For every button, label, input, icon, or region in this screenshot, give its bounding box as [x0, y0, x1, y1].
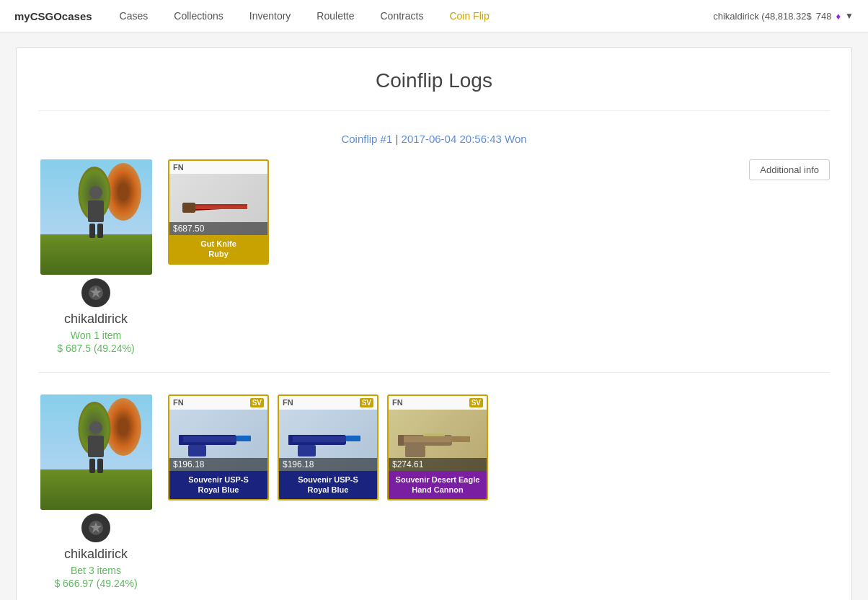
figure-leg-right: [97, 224, 103, 238]
player-section-2: chikaldirick Bet 3 items $ 666.97 (49.24…: [38, 394, 154, 589]
item-image-usp1: $196.18: [169, 410, 267, 471]
nav-collections[interactable]: Collections: [161, 0, 236, 32]
avatar-figure: [81, 186, 110, 240]
item-card-usp2: FN SV $196.18 Souve: [278, 394, 378, 500]
item-image-usp2: $196.18: [279, 410, 377, 471]
player-name-2: chikaldirick: [64, 547, 128, 562]
item-price-usp2: $196.18: [279, 458, 377, 471]
usp-svg-1: [175, 419, 262, 462]
svg-rect-21: [405, 446, 425, 457]
coinflip-entry-1: Coinflip #1 | 2017-06-04 20:56:43 Won: [38, 133, 830, 373]
avatar-badge-2: [81, 513, 110, 542]
item-header-deagle: FN SV: [389, 396, 487, 410]
svg-rect-19: [398, 436, 452, 442]
wear-fn: FN: [173, 163, 184, 172]
svg-rect-2: [182, 203, 195, 213]
flip-result-won: Won: [505, 133, 527, 145]
item-header-usp2: FN SV: [279, 396, 377, 410]
figure-head-2: [89, 421, 102, 434]
page-title: Coinflip Logs: [38, 69, 830, 111]
badge-icon: [87, 284, 105, 301]
knife-svg: [175, 183, 262, 226]
player-value-1: $ 687.5 (49.24%): [57, 343, 134, 354]
diamond-icon: ♦: [836, 11, 841, 22]
usp-svg-2: [285, 419, 371, 462]
item-price-deagle: $274.61: [389, 458, 487, 471]
sv-badge-deagle: SV: [469, 398, 483, 407]
item-info-usp1: Souvenir USP-SRoyal Blue: [169, 471, 267, 499]
username-balance: chikaldirick (48,818.32$: [713, 11, 812, 22]
item-card-header: FN: [169, 161, 267, 174]
svg-rect-14: [288, 436, 346, 442]
avatar-2: [40, 394, 152, 510]
svg-rect-15: [346, 436, 360, 441]
wear-fn-usp1: FN: [173, 398, 184, 407]
avatar-1: [40, 159, 152, 275]
deagle-svg: [394, 419, 481, 462]
item-card-usp1: FN SV $196.18 Souve: [168, 394, 269, 500]
wear-fn-usp2: FN: [283, 398, 293, 407]
items-section-1: FN $687.50 Gut KnifeRuby: [168, 159, 735, 265]
nav-coinflip[interactable]: Coin Flip: [436, 0, 502, 32]
figure-leg-left-2: [89, 459, 95, 473]
flip-number: Coinflip #1: [341, 133, 392, 145]
flip-separator: |: [395, 133, 401, 145]
avatar-figure-2: [81, 421, 110, 475]
figure-leg-left: [89, 224, 95, 238]
coinflip-header-1: Coinflip #1 | 2017-06-04 20:56:43 Won: [38, 133, 830, 145]
player-section-1: chikaldirick Won 1 item $ 687.5 (49.24%): [38, 159, 154, 354]
item-name-usp1: Souvenir USP-SRoyal Blue: [173, 475, 264, 495]
svg-rect-9: [179, 436, 236, 442]
nav-roulette[interactable]: Roulette: [304, 0, 367, 32]
svg-rect-10: [236, 436, 251, 441]
svg-rect-17: [288, 435, 293, 445]
player-name-1: chikaldirick: [64, 312, 128, 327]
brand-logo[interactable]: myCSGOcases: [14, 10, 92, 22]
nav-cases[interactable]: Cases: [107, 0, 161, 32]
avatar-ground: [40, 234, 152, 275]
item-info-deagle: Souvenir Desert EagleHand Cannon: [389, 471, 487, 499]
item-header-usp1: FN SV: [169, 396, 267, 410]
svg-rect-16: [298, 445, 316, 456]
item-name-knife: Gut KnifeRuby: [173, 239, 264, 260]
figure-body-2: [88, 436, 104, 457]
item-image-deagle: $274.61: [389, 410, 487, 471]
coinflip-entry-2: chikaldirick Bet 3 items $ 666.97 (49.24…: [38, 394, 830, 600]
diamond-count: 748: [816, 11, 832, 22]
player-value-2: $ 666.97 (49.24%): [54, 578, 137, 589]
sv-badge-usp2: SV: [360, 398, 373, 407]
figure-body: [88, 200, 104, 222]
wear-fn-deagle: FN: [392, 398, 403, 407]
coinflip-content-1: chikaldirick Won 1 item $ 687.5 (49.24%)…: [38, 159, 830, 354]
navbar: myCSGOcases Cases Collections Inventory …: [0, 0, 868, 32]
coinflip-content-2: chikaldirick Bet 3 items $ 666.97 (49.24…: [38, 394, 830, 589]
item-name-deagle: Souvenir Desert EagleHand Cannon: [392, 475, 483, 495]
sv-badge-usp1: SV: [250, 398, 264, 407]
nav-inventory[interactable]: Inventory: [236, 0, 304, 32]
svg-rect-4: [195, 206, 247, 209]
svg-rect-12: [179, 435, 183, 445]
avatar-badge-1: [81, 278, 110, 307]
figure-head: [89, 186, 102, 199]
badge-icon-2: [87, 519, 105, 537]
user-info: chikaldirick (48,818.32$ 748 ♦ ▼: [713, 11, 854, 22]
additional-info-button[interactable]: Additional info: [749, 159, 830, 180]
item-info-usp2: Souvenir USP-SRoyal Blue: [279, 471, 377, 499]
item-name-usp2: Souvenir USP-SRoyal Blue: [283, 475, 373, 495]
dropdown-arrow[interactable]: ▼: [845, 11, 854, 21]
items-section-2: FN SV $196.18 Souve: [168, 394, 830, 500]
item-card-deagle: FN SV $274.61: [387, 394, 488, 500]
item-info-knife: Gut KnifeRuby: [169, 235, 267, 263]
item-image-knife: $687.50: [169, 174, 267, 235]
player-result-1: Won 1 item: [71, 330, 122, 341]
figure-legs-2: [81, 459, 110, 473]
nav-links: Cases Collections Inventory Roulette Con…: [107, 0, 502, 32]
item-price-knife: $687.50: [169, 222, 267, 235]
item-price-usp1: $196.18: [169, 458, 267, 471]
player-result-2: Bet 3 items: [71, 565, 121, 576]
nav-contracts[interactable]: Contracts: [368, 0, 437, 32]
svg-rect-11: [188, 445, 206, 456]
svg-rect-23: [423, 433, 445, 436]
svg-rect-5: [195, 204, 247, 206]
figure-leg-right-2: [97, 459, 103, 473]
